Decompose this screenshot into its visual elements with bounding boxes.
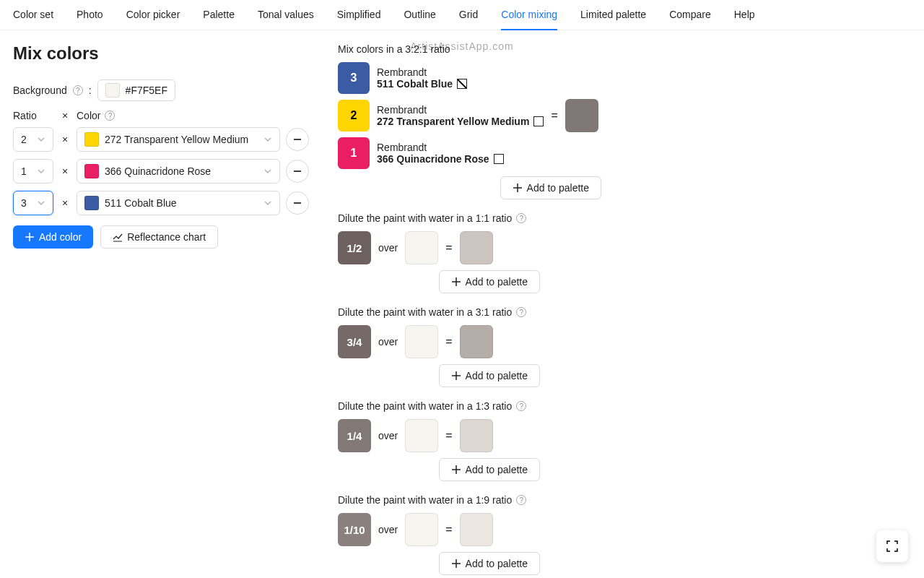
- tab-limited-palette[interactable]: Limited palette: [580, 0, 646, 30]
- color-select[interactable]: 511 Cobalt Blue: [77, 191, 280, 215]
- paint-item: 2Rembrandt272 Transparent Yellow Medium: [338, 100, 544, 131]
- paint-item: 3Rembrandt511 Cobalt Blue: [338, 62, 544, 94]
- plus-icon: [451, 277, 461, 287]
- dilution-header: Dilute the paint with water in a 1:1 rat…: [338, 212, 512, 224]
- paint-ratio-chip: 3: [338, 62, 370, 94]
- fraction-chip: 1/4: [338, 419, 371, 452]
- paint-brand: Rembrandt: [377, 142, 504, 153]
- dilution-result-swatch: [460, 231, 493, 264]
- dilution-result-swatch: [460, 325, 493, 358]
- chart-icon: [113, 232, 123, 242]
- reflectance-chart-button[interactable]: Reflectance chart: [100, 225, 218, 249]
- ratio-select[interactable]: 3: [13, 191, 53, 215]
- opacity-icon: [494, 154, 504, 164]
- equals-sign: =: [445, 241, 452, 254]
- fullscreen-button[interactable]: [876, 530, 908, 562]
- tab-help[interactable]: Help: [734, 0, 755, 30]
- add-to-palette-button[interactable]: Add to palette: [439, 552, 540, 575]
- plus-icon: [451, 558, 461, 569]
- result-swatch: [565, 99, 598, 132]
- watermark: ArtistAssistApp.com: [410, 40, 513, 52]
- paint-name: 272 Transparent Yellow Medium: [377, 116, 544, 127]
- color-select[interactable]: 272 Transparent Yellow Medium: [77, 127, 280, 152]
- help-icon[interactable]: ?: [73, 85, 83, 95]
- add-color-button[interactable]: Add color: [13, 225, 93, 249]
- dilution-header: Dilute the paint with water in a 1:3 rat…: [338, 400, 512, 412]
- chevron-down-icon: [263, 167, 272, 176]
- opacity-icon: [533, 116, 544, 126]
- tab-outline[interactable]: Outline: [404, 0, 435, 30]
- minus-icon: [293, 167, 302, 176]
- over-label: over: [378, 336, 398, 348]
- page-title: Mix colors: [13, 43, 309, 64]
- tab-compare[interactable]: Compare: [669, 0, 711, 30]
- times-symbol: ×: [59, 110, 71, 121]
- add-to-palette-button[interactable]: Add to palette: [439, 270, 540, 293]
- chevron-down-icon: [37, 199, 45, 207]
- minus-icon: [293, 135, 302, 144]
- dilution-result-swatch: [460, 419, 493, 452]
- equals-sign: =: [445, 523, 452, 536]
- over-label: over: [378, 524, 398, 535]
- tab-tonal-values[interactable]: Tonal values: [258, 0, 314, 30]
- plus-icon: [513, 183, 523, 193]
- color-select[interactable]: 366 Quinacridone Rose: [77, 159, 280, 184]
- tab-simplified[interactable]: Simplified: [337, 0, 381, 30]
- remove-color-button[interactable]: [286, 191, 309, 215]
- background-swatch: [405, 231, 438, 264]
- ratio-select[interactable]: 2: [13, 127, 53, 152]
- plus-icon: [451, 371, 461, 381]
- background-value: #F7F5EF: [126, 85, 167, 96]
- equals-sign: =: [445, 335, 452, 348]
- help-icon[interactable]: ?: [105, 111, 115, 121]
- dilution-result-swatch: [460, 513, 493, 546]
- background-input[interactable]: #F7F5EF: [97, 79, 175, 101]
- background-swatch: [405, 419, 438, 452]
- tab-photo[interactable]: Photo: [77, 0, 103, 30]
- paint-name: 511 Cobalt Blue: [377, 78, 467, 90]
- help-icon[interactable]: ?: [516, 307, 526, 317]
- tab-color-set[interactable]: Color set: [13, 0, 53, 30]
- dilution-header: Dilute the paint with water in a 1:9 rat…: [338, 494, 512, 506]
- help-icon[interactable]: ?: [516, 495, 526, 505]
- times-symbol: ×: [59, 165, 71, 177]
- fraction-chip: 1/10: [338, 513, 371, 546]
- expand-icon: [886, 540, 899, 553]
- fraction-chip: 3/4: [338, 325, 371, 358]
- paint-name: 366 Quinacridone Rose: [377, 153, 504, 165]
- background-label: Background: [13, 85, 67, 96]
- background-swatch: [405, 325, 438, 358]
- over-label: over: [378, 430, 398, 441]
- chevron-down-icon: [263, 199, 272, 207]
- tab-grid[interactable]: Grid: [459, 0, 478, 30]
- color-header: Color: [77, 110, 100, 121]
- opacity-icon: [457, 79, 467, 89]
- add-to-palette-button[interactable]: Add to palette: [500, 176, 601, 199]
- tabs-bar: Color setPhotoColor pickerPaletteTonal v…: [0, 0, 924, 30]
- chevron-down-icon: [37, 135, 45, 144]
- tab-palette[interactable]: Palette: [203, 0, 235, 30]
- times-symbol: ×: [59, 134, 71, 145]
- add-to-palette-button[interactable]: Add to palette: [439, 458, 540, 481]
- fraction-chip: 1/2: [338, 231, 371, 264]
- help-icon[interactable]: ?: [516, 401, 526, 411]
- paint-ratio-chip: 1: [338, 137, 370, 169]
- over-label: over: [378, 242, 398, 254]
- dilution-header: Dilute the paint with water in a 3:1 rat…: [338, 306, 512, 318]
- chevron-down-icon: [263, 135, 272, 144]
- ratio-select[interactable]: 1: [13, 159, 53, 184]
- add-to-palette-button[interactable]: Add to palette: [439, 364, 540, 387]
- paint-brand: Rembrandt: [377, 66, 467, 78]
- tab-color-mixing[interactable]: Color mixing: [501, 0, 557, 30]
- paint-ratio-chip: 2: [338, 100, 370, 131]
- minus-icon: [293, 199, 302, 207]
- plus-icon: [25, 232, 35, 242]
- chevron-down-icon: [37, 167, 45, 176]
- tab-color-picker[interactable]: Color picker: [126, 0, 180, 30]
- help-icon[interactable]: ?: [516, 213, 526, 223]
- times-symbol: ×: [59, 197, 71, 209]
- remove-color-button[interactable]: [286, 128, 309, 151]
- ratio-header: Ratio: [13, 110, 53, 121]
- remove-color-button[interactable]: [286, 160, 309, 183]
- paint-item: 1Rembrandt366 Quinacridone Rose: [338, 137, 544, 169]
